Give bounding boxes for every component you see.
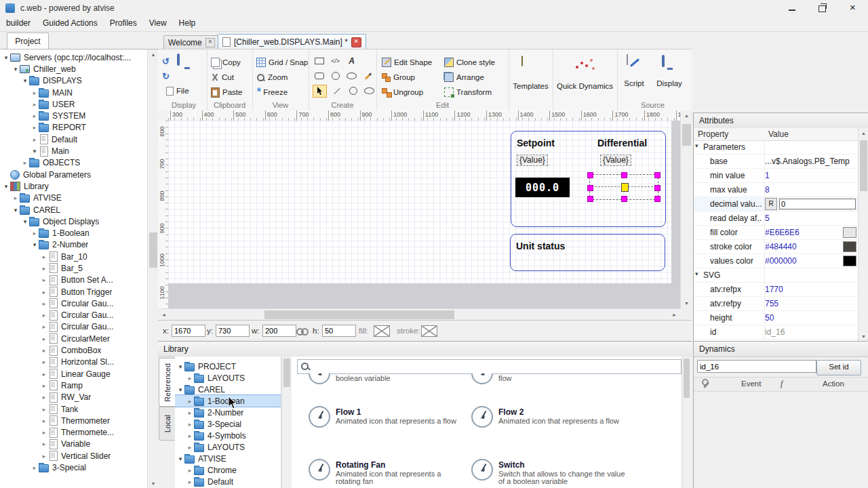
library-item-title[interactable]: Flow 2: [498, 407, 524, 417]
attribute-row[interactable]: fill color#E6E6E6: [694, 226, 859, 240]
tree-item[interactable]: ▸Linear Gauge: [1, 368, 147, 380]
library-item-icon[interactable]: [471, 459, 493, 481]
expand-icon[interactable]: ▸: [31, 113, 39, 119]
rounded-rect-tool[interactable]: [313, 70, 326, 82]
rectangle-tool[interactable]: [313, 56, 326, 67]
attribute-value[interactable]: 1770: [762, 285, 859, 294]
collapse-icon[interactable]: ▾: [176, 363, 184, 370]
expand-icon[interactable]: ▸: [40, 253, 48, 260]
stroke-color-swatch[interactable]: [421, 325, 437, 337]
collapse-icon[interactable]: ▾: [31, 148, 39, 155]
attribute-row[interactable]: read delay af...5: [694, 211, 859, 226]
minimize-button[interactable]: [776, 0, 807, 16]
tab-referenced[interactable]: Referenced: [159, 358, 176, 407]
zoom-button[interactable]: Zoom: [256, 71, 288, 83]
tree-item[interactable]: ▸LAYOUTS: [175, 372, 281, 384]
edit-shape-button[interactable]: Edit Shape: [382, 56, 432, 68]
file-button[interactable]: File: [166, 85, 189, 97]
close-button[interactable]: ×: [837, 0, 868, 16]
tree-item[interactable]: ▸OBJECTS: [1, 157, 147, 169]
selection-handle[interactable]: [587, 172, 593, 178]
expand-icon[interactable]: ▸: [21, 159, 29, 166]
tree-item[interactable]: ▸4-Symbols: [175, 430, 281, 441]
library-item-icon[interactable]: [309, 406, 330, 428]
selection-handle[interactable]: [587, 196, 593, 202]
attribute-value[interactable]: 755: [762, 299, 859, 308]
attribute-section-row[interactable]: ▾Parameters: [694, 140, 859, 155]
numeric-display-widget[interactable]: 000.0: [515, 178, 570, 197]
restore-button[interactable]: [807, 0, 837, 16]
tree-item[interactable]: ▸3-Special: [1, 462, 147, 473]
tree-item[interactable]: ▾Library: [1, 180, 147, 192]
lock-ratio-icon[interactable]: [296, 327, 309, 334]
tree-item[interactable]: ▾Servers (opc.tcp://localhost:...: [1, 52, 147, 63]
collapse-icon[interactable]: ▾: [176, 386, 184, 393]
attribute-value[interactable]: 1: [762, 171, 859, 180]
fill-color-swatch[interactable]: [374, 325, 390, 337]
tree-item[interactable]: ▾ATVISE: [175, 453, 281, 464]
attribute-value[interactable]: 50: [762, 313, 859, 323]
tab-main-display[interactable]: [Chiller_web.DISPLAYS.Main] * ✕: [218, 34, 366, 49]
tree-item[interactable]: ▸RW_Var: [1, 392, 147, 403]
w-input[interactable]: [262, 325, 296, 337]
expand-icon[interactable]: ▸: [186, 409, 194, 416]
attribute-value[interactable]: #000000: [762, 256, 859, 266]
ellipse-tool[interactable]: [345, 70, 358, 82]
expand-icon[interactable]: ▸: [31, 89, 39, 96]
expand-icon[interactable]: ▸: [40, 347, 48, 354]
tree-item[interactable]: ▸Thermomete...: [1, 427, 147, 439]
expand-icon[interactable]: ▸: [31, 464, 39, 471]
collapse-icon[interactable]: ▾: [21, 218, 29, 225]
value-column-header[interactable]: Value: [768, 129, 789, 139]
attribute-value[interactable]: #484440: [762, 241, 859, 252]
selection-handle[interactable]: [654, 196, 660, 202]
project-tree-scrollbar[interactable]: ▲ ▼: [147, 49, 159, 488]
attribute-value[interactable]: #E6E6E6: [762, 227, 859, 238]
menu-item-profiles[interactable]: Profiles: [104, 16, 143, 30]
collapse-icon[interactable]: ▾: [12, 207, 20, 214]
collapse-icon[interactable]: ▾: [31, 241, 39, 248]
undo-icon[interactable]: ↺: [162, 55, 170, 67]
search-input[interactable]: [313, 361, 675, 373]
expand-icon[interactable]: ▸: [40, 394, 48, 401]
expand-icon[interactable]: ▸: [12, 195, 20, 201]
source-display-button[interactable]: Display: [652, 79, 686, 87]
templates-button[interactable]: Templates: [509, 82, 553, 90]
unit-status-label[interactable]: Unit status: [516, 241, 565, 251]
copy-button[interactable]: Copy: [211, 56, 241, 68]
y-input[interactable]: [216, 325, 250, 337]
tab-main-close-icon[interactable]: ✕: [351, 37, 361, 47]
setpoint-label[interactable]: Setpoint: [517, 138, 555, 148]
collapse-icon[interactable]: ▾: [695, 270, 698, 277]
tree-item[interactable]: ▸Tank: [1, 403, 147, 415]
attribute-value[interactable]: ...v$.Analogs.PB_Temp: [762, 157, 859, 166]
attribute-section-row[interactable]: ▾SVG: [694, 268, 859, 283]
scroll-up-icon[interactable]: ▲: [681, 110, 692, 121]
library-item-icon[interactable]: [309, 373, 330, 384]
tree-item[interactable]: ▾PROJECT: [175, 361, 281, 372]
quick-dynamics-button[interactable]: Quick Dynamics: [553, 82, 617, 90]
expand-icon[interactable]: ▸: [40, 371, 48, 378]
element-id-input[interactable]: [697, 360, 816, 373]
expand-icon[interactable]: ▸: [186, 398, 194, 405]
circle2-tool[interactable]: [347, 85, 359, 97]
tree-item[interactable]: ▾DISPLAYS: [1, 75, 147, 87]
tree-item[interactable]: ▸Vertical Slider: [1, 450, 147, 462]
tree-item[interactable]: ▸Horizontal Sl...: [1, 357, 147, 368]
expand-icon[interactable]: ▸: [40, 359, 48, 365]
menu-item-help[interactable]: Help: [173, 16, 202, 30]
tree-item[interactable]: ▸MAIN: [1, 87, 147, 98]
ellipse2-tool[interactable]: [363, 85, 376, 97]
paste-button[interactable]: Paste: [211, 86, 242, 98]
expand-icon[interactable]: ▸: [40, 418, 48, 424]
script-icon[interactable]: [627, 54, 628, 65]
tree-item[interactable]: ▸Variable: [1, 439, 147, 450]
tree-item[interactable]: ▸Ramp: [1, 380, 147, 391]
text-tool[interactable]: A: [345, 56, 358, 67]
x-input[interactable]: [172, 325, 205, 337]
selection-handle[interactable]: [621, 196, 627, 202]
canvas[interactable]: Setpoint {Value} Differential {Value} 00…: [168, 121, 680, 308]
tree-item[interactable]: ▸Button Set A...: [1, 274, 147, 286]
tab-welcome-close-icon[interactable]: ✕: [205, 38, 215, 47]
h-input[interactable]: [322, 325, 356, 337]
